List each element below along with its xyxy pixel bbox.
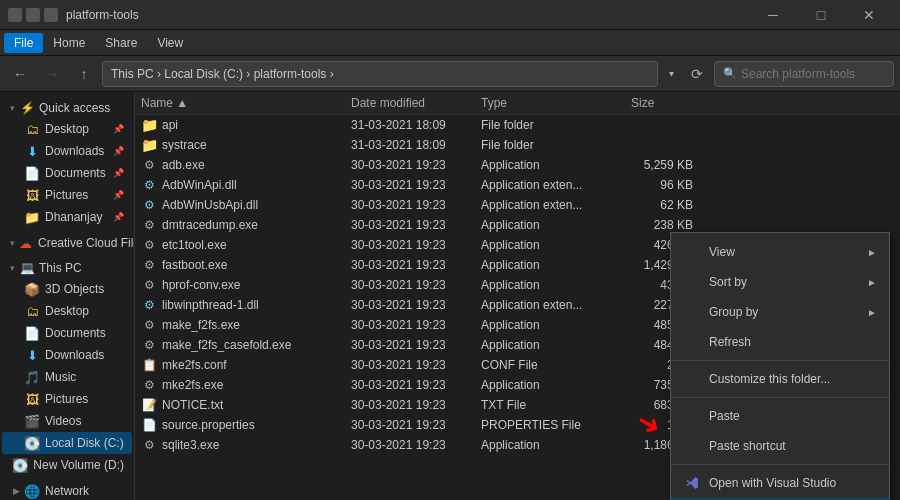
file-icon: ⚙: [141, 217, 157, 233]
maximize-button[interactable]: □: [798, 0, 844, 30]
close-button[interactable]: ✕: [846, 0, 892, 30]
file-date-cell: 30-03-2021 19:23: [345, 318, 475, 332]
up-button[interactable]: ↑: [70, 60, 98, 88]
ctx-label: Paste shortcut: [709, 439, 786, 453]
back-button[interactable]: ←: [6, 60, 34, 88]
table-row[interactable]: ⚙ AdbWinUsbApi.dll 30-03-2021 19:23 Appl…: [135, 195, 900, 215]
file-name-cell: ⚙ AdbWinApi.dll: [135, 177, 345, 193]
sidebar-item-pc-desktop[interactable]: 🗂 Desktop: [2, 300, 132, 322]
spacer: [10, 189, 22, 201]
sidebar-item-music[interactable]: 🎵 Music: [2, 366, 132, 388]
pin-icon: 📌: [113, 168, 124, 178]
sidebar-item-network[interactable]: ▶ 🌐 Network: [2, 480, 132, 500]
window-title: platform-tools: [66, 8, 139, 22]
pin-icon: 📌: [113, 212, 124, 222]
file-name-text: libwinpthread-1.dll: [162, 298, 259, 312]
forward-button[interactable]: →: [38, 60, 66, 88]
sidebar-item-pc-documents[interactable]: 📄 Documents: [2, 322, 132, 344]
col-header-name[interactable]: Name ▲: [135, 96, 345, 110]
expand-icon: ▶: [10, 485, 22, 497]
sidebar-item-pc-downloads[interactable]: ⬇ Downloads: [2, 344, 132, 366]
address-bar[interactable]: This PC › Local Disk (C:) › platform-too…: [102, 61, 658, 87]
sidebar-item-creative-cloud[interactable]: ▾ ☁ Creative Cloud Files: [2, 232, 132, 254]
sidebar-music-label: Music: [45, 370, 76, 384]
spacer: [10, 167, 22, 179]
title-bar: platform-tools ─ □ ✕: [0, 0, 900, 30]
ctx-item-vs[interactable]: Open with Visual Studio: [671, 468, 889, 498]
sidebar-item-local-disk-c[interactable]: 💽 Local Disk (C:): [2, 432, 132, 454]
app-icon-1: [8, 8, 22, 22]
file-icon: ⚙: [141, 297, 157, 313]
ctx-item-paste-shortcut[interactable]: Paste shortcut: [671, 431, 889, 461]
ctx-separator: [671, 464, 889, 465]
sidebar-item-documents[interactable]: 📄 Documents 📌: [2, 162, 132, 184]
table-row[interactable]: ⚙ AdbWinApi.dll 30-03-2021 19:23 Applica…: [135, 175, 900, 195]
ctx-item-customize[interactable]: Customize this folder...: [671, 364, 889, 394]
sidebar-item-videos[interactable]: 🎬 Videos: [2, 410, 132, 432]
menu-view[interactable]: View: [147, 33, 193, 53]
ctx-item-sort[interactable]: Sort by►: [671, 267, 889, 297]
ctx-label: View: [709, 245, 735, 259]
this-pc-header[interactable]: ▾ 💻 This PC: [0, 258, 134, 278]
sidebar-item-dhananjay[interactable]: 📁 Dhananjay 📌: [2, 206, 132, 228]
ctx-item-refresh[interactable]: Refresh: [671, 327, 889, 357]
sidebar-pc-pictures-label: Pictures: [45, 392, 88, 406]
file-name-text: make_f2fs_casefold.exe: [162, 338, 291, 352]
file-icon: ⚙: [141, 177, 157, 193]
search-box[interactable]: 🔍 Search platform-tools: [714, 61, 894, 87]
file-date-cell: 31-03-2021 18:09: [345, 118, 475, 132]
sidebar-item-pictures[interactable]: 🖼 Pictures 📌: [2, 184, 132, 206]
minimize-button[interactable]: ─: [750, 0, 796, 30]
file-icon: ⚙: [141, 337, 157, 353]
table-row[interactable]: 📁 api 31-03-2021 18:09 File folder: [135, 115, 900, 135]
3d-objects-icon: 📦: [24, 281, 40, 297]
file-icon: ⚙: [141, 277, 157, 293]
ctx-item-group[interactable]: Group by►: [671, 297, 889, 327]
menu-home[interactable]: Home: [43, 33, 95, 53]
file-name-cell: ⚙ make_f2fs.exe: [135, 317, 345, 333]
submenu-arrow: ►: [867, 277, 877, 288]
file-type-cell: Application exten...: [475, 178, 625, 192]
refresh-button[interactable]: ⟳: [684, 61, 710, 87]
sidebar-videos-label: Videos: [45, 414, 81, 428]
file-date-cell: 30-03-2021 19:23: [345, 418, 475, 432]
music-icon: 🎵: [24, 369, 40, 385]
col-header-date[interactable]: Date modified: [345, 96, 475, 110]
file-type-cell: Application exten...: [475, 198, 625, 212]
file-name-text: systrace: [162, 138, 207, 152]
table-row[interactable]: ⚙ adb.exe 30-03-2021 19:23 Application 5…: [135, 155, 900, 175]
address-dropdown-button[interactable]: ▾: [662, 61, 680, 87]
file-name-cell: 📁 systrace: [135, 137, 345, 153]
sidebar-desktop-label: Desktop: [45, 122, 89, 136]
expand-icon: ▾: [6, 102, 18, 114]
file-name-cell: ⚙ sqlite3.exe: [135, 437, 345, 453]
ctx-item-view[interactable]: View►: [671, 237, 889, 267]
ctx-label: Customize this folder...: [709, 372, 830, 386]
quick-access-header[interactable]: ▾ ⚡ Quick access: [0, 98, 134, 118]
table-row[interactable]: 📁 systrace 31-03-2021 18:09 File folder: [135, 135, 900, 155]
file-name-text: AdbWinApi.dll: [162, 178, 237, 192]
sidebar-documents-label: Documents: [45, 166, 106, 180]
sidebar-pc-desktop-label: Desktop: [45, 304, 89, 318]
ctx-label: Sort by: [709, 275, 747, 289]
ctx-item-paste[interactable]: Paste: [671, 401, 889, 431]
sidebar-item-desktop[interactable]: 🗂 Desktop 📌: [2, 118, 132, 140]
sidebar-item-downloads[interactable]: ⬇ Downloads 📌: [2, 140, 132, 162]
creative-cloud-section: ▾ ☁ Creative Cloud Files: [0, 232, 134, 254]
window-controls: ─ □ ✕: [750, 0, 892, 30]
sidebar-item-new-volume[interactable]: 💽 New Volume (D:): [2, 454, 132, 476]
file-name-cell: 📄 source.properties: [135, 417, 345, 433]
sidebar-item-3d-objects[interactable]: 📦 3D Objects: [2, 278, 132, 300]
menu-file[interactable]: File: [4, 33, 43, 53]
file-name-text: fastboot.exe: [162, 258, 227, 272]
file-name-text: sqlite3.exe: [162, 438, 219, 452]
file-date-cell: 30-03-2021 19:23: [345, 438, 475, 452]
sidebar-item-pc-pictures[interactable]: 🖼 Pictures: [2, 388, 132, 410]
this-pc-icon: 💻: [20, 261, 35, 275]
file-date-cell: 30-03-2021 19:23: [345, 298, 475, 312]
context-menu: View►Sort by►Group by►RefreshCustomize t…: [670, 232, 890, 500]
col-header-type[interactable]: Type: [475, 96, 625, 110]
file-icon: 📁: [141, 117, 157, 133]
col-header-size[interactable]: Size: [625, 96, 705, 110]
menu-share[interactable]: Share: [95, 33, 147, 53]
